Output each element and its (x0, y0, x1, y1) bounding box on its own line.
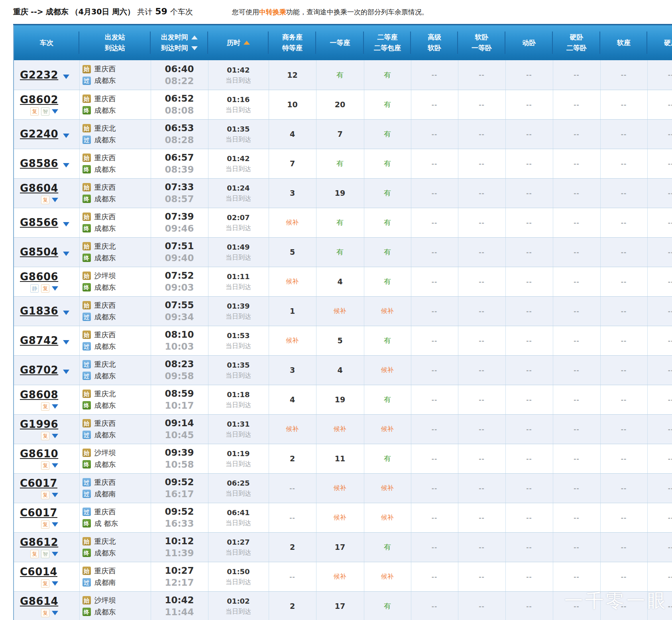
arrival-day-note: 当日到达 (208, 370, 269, 380)
train-number-link[interactable]: G8586 (20, 157, 58, 169)
from-station-type-badge: 始 (83, 94, 91, 103)
train-number-link[interactable]: G2240 (20, 128, 58, 140)
train-number-link[interactable]: G1836 (20, 305, 58, 317)
seat-availability-value: 有 (336, 248, 344, 256)
train-feature-tag: 复 (41, 520, 49, 529)
expand-details-arrow-icon[interactable] (63, 134, 69, 138)
seat-availability-value: -- (574, 249, 579, 256)
seat-availability-cell: 有 (364, 326, 411, 355)
expand-details-arrow-icon[interactable] (52, 286, 58, 291)
train-number-link[interactable]: G8610 (20, 448, 58, 460)
seat-availability-cell: 2 (269, 591, 316, 620)
sort-arrow-icon[interactable] (244, 41, 250, 45)
arrival-day-note: 当日到达 (208, 311, 269, 321)
seat-availability-value: 有 (336, 218, 344, 226)
times-cell: 08:59 10:17 (151, 385, 208, 414)
train-feature-tag: 复 (41, 432, 49, 440)
seat-availability-cell: -- (458, 326, 505, 355)
duration-cell: 06:41 当日到达 (208, 503, 269, 532)
arrival-time: 12:17 (151, 577, 208, 589)
expand-details-arrow-icon[interactable] (52, 404, 58, 409)
to-city: 成都东 (46, 7, 69, 16)
column-header[interactable]: 历时 (208, 25, 269, 61)
sort-arrow-icon[interactable] (191, 35, 198, 39)
from-station-type-badge: 始 (83, 124, 91, 132)
seat-availability-cell: 3 (269, 178, 316, 208)
seat-availability-value: 2 (290, 454, 295, 463)
seat-availability-value: 候补 (334, 425, 346, 433)
times-cell: 06:53 08:28 (151, 119, 208, 149)
seat-availability-value: -- (526, 131, 532, 138)
train-number-link[interactable]: G8604 (20, 182, 58, 194)
train-number-cell: G8566 (14, 208, 79, 237)
seat-availability-value: -- (432, 71, 437, 79)
seat-availability-value: -- (668, 603, 672, 610)
train-number-cell: G8614 复 (14, 591, 79, 620)
expand-details-arrow-icon[interactable] (52, 434, 58, 438)
seat-availability-value: -- (526, 485, 532, 492)
column-header[interactable]: 出发时间 到达时间 (151, 25, 208, 61)
expand-details-arrow-icon[interactable] (52, 463, 58, 468)
arrival-time: 10:45 (151, 429, 208, 441)
train-number-link[interactable]: G8702 (20, 364, 58, 376)
expand-details-arrow-icon[interactable] (63, 222, 69, 226)
to-station-type-badge: 过 (83, 342, 91, 350)
sort-arrow-icon[interactable] (191, 46, 198, 50)
train-number-link[interactable]: G8566 (20, 217, 58, 228)
seat-availability-cell: -- (458, 591, 505, 620)
duration-cell: 01:42 当日到达 (208, 149, 269, 178)
expand-details-arrow-icon[interactable] (52, 611, 58, 615)
seat-availability-value: -- (479, 160, 484, 167)
duration-cell: 01:27 当日到达 (208, 532, 269, 562)
seat-availability-cell: -- (269, 503, 316, 532)
train-number-link[interactable]: G8742 (20, 335, 58, 346)
seat-availability-cell: -- (458, 208, 505, 237)
train-number-link[interactable]: G1996 (20, 418, 58, 430)
expand-details-arrow-icon[interactable] (63, 340, 69, 344)
seat-availability-cell: 候补 (316, 562, 364, 591)
from-station-type-badge: 始 (83, 449, 91, 457)
arrival-day-note: 当日到达 (208, 252, 269, 262)
expand-details-arrow-icon[interactable] (52, 552, 58, 556)
train-number-link[interactable]: G8608 (20, 389, 58, 401)
expand-details-arrow-icon[interactable] (63, 163, 69, 167)
stations-cell: 始 沙坪坝 终 成都东 (79, 591, 151, 620)
expand-details-arrow-icon[interactable] (63, 311, 69, 315)
train-number-link[interactable]: C6014 (20, 566, 57, 578)
duration: 01:35 (208, 360, 269, 370)
train-number-link[interactable]: G2232 (20, 69, 58, 81)
train-number-link[interactable]: G8602 (20, 94, 58, 106)
arrival-time: 08:39 (151, 163, 208, 175)
train-number-link[interactable]: G8612 (20, 536, 58, 548)
seat-availability-value: -- (526, 514, 532, 522)
expand-details-arrow-icon[interactable] (52, 522, 58, 527)
expand-details-arrow-icon[interactable] (52, 493, 58, 497)
expand-details-arrow-icon[interactable] (63, 75, 69, 79)
seat-availability-value: -- (526, 396, 532, 403)
seat-availability-value: -- (668, 485, 672, 492)
train-number-link[interactable]: G8504 (20, 246, 58, 258)
expand-details-arrow-icon[interactable] (52, 198, 58, 202)
transfer-feature-link[interactable]: 中转换乘 (259, 8, 286, 16)
train-number-link[interactable]: G8606 (20, 271, 58, 283)
expand-details-arrow-icon[interactable] (63, 252, 69, 256)
seat-availability-cell: -- (553, 208, 600, 237)
train-row: G8608 复 始 重庆北 终 成都东 08:59 10:17 01:18 (14, 385, 672, 414)
seat-availability-value: -- (432, 367, 437, 374)
train-number-link[interactable]: G8614 (20, 595, 58, 607)
train-number-link[interactable]: C6017 (20, 507, 57, 519)
seat-availability-cell: 候补 (364, 503, 411, 532)
duration: 01:27 (208, 537, 269, 547)
from-station-name: 重庆西 (94, 301, 116, 310)
seat-availability-value: -- (526, 219, 532, 226)
to-station-name: 成都东 (94, 342, 116, 351)
from-station-type-badge: 过 (83, 508, 91, 516)
expand-details-arrow-icon[interactable] (52, 109, 58, 114)
train-number-link[interactable]: C6017 (20, 477, 57, 489)
expand-details-arrow-icon[interactable] (63, 370, 69, 374)
train-number-cell: G8602 复智 (14, 90, 79, 119)
seat-availability-value: -- (526, 101, 532, 108)
column-header: 出发站 到达站 (79, 25, 151, 61)
expand-details-arrow-icon[interactable] (52, 581, 58, 586)
arrival-time: 10:03 (151, 341, 208, 352)
